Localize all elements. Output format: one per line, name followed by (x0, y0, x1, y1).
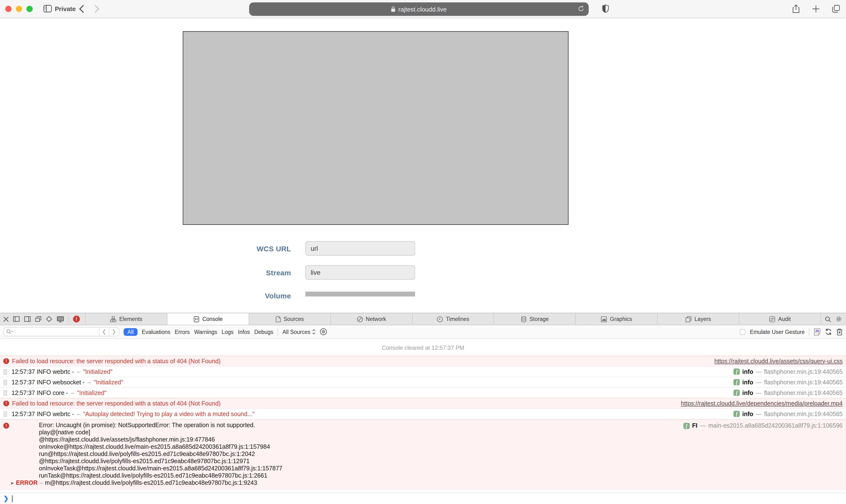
filter-warnings-button[interactable]: Warnings (194, 329, 217, 335)
tab-overview-icon[interactable] (832, 5, 840, 13)
function-icon: f (684, 422, 690, 429)
console-output: Console cleared at 12:57:37 PM ! Failed … (0, 339, 846, 504)
console-icon (193, 316, 200, 322)
tab-audit[interactable]: Audit (739, 313, 821, 325)
emulate-user-gesture-label: Emulate User Gesture (750, 329, 805, 335)
dock-left-icon[interactable] (13, 316, 20, 322)
filter-logs-button[interactable]: Logs (222, 329, 234, 335)
search-icon[interactable] (825, 316, 831, 322)
resource-link[interactable]: https://rajtest.cloudd.live/assets/css/q… (714, 358, 843, 364)
network-icon (357, 316, 363, 322)
source-location-link[interactable]: flashphoner.min.js:19:440565 (764, 368, 843, 375)
next-result-button[interactable]: ❯ (109, 328, 119, 336)
close-window-button[interactable] (5, 6, 12, 12)
dock-right-icon[interactable] (24, 316, 31, 322)
filter-evaluations-button[interactable]: Evaluations (142, 329, 171, 335)
chevron-up-down-icon (312, 329, 316, 335)
console-log-row[interactable]: 12:57:37 INFO core - – "Initialized" f i… (0, 387, 846, 398)
log-icon (3, 390, 8, 396)
share-icon[interactable] (792, 4, 800, 14)
console-log-row[interactable]: 12:57:37 INFO websocket - – "Initialized… (0, 377, 846, 387)
console-error-row[interactable]: ! Failed to load resource: the server re… (0, 356, 846, 366)
sources-select[interactable]: All Sources (282, 329, 315, 335)
graphics-icon (601, 316, 607, 322)
console-search-input[interactable] (3, 327, 100, 336)
tab-graphics[interactable]: Graphics (576, 313, 658, 325)
console-log-row[interactable]: 12:57:37 INFO webrtc - – "Autoplay detec… (0, 408, 846, 419)
toolbar-right-actions (792, 4, 840, 14)
safari-window: Private rajtest.cloudd.live (0, 0, 846, 504)
tab-elements[interactable]: Elements (86, 313, 167, 325)
tab-storage[interactable]: Storage (494, 313, 576, 325)
resource-link[interactable]: https://rajtest.cloudd.live/dependencies… (681, 400, 843, 407)
layers-icon (685, 316, 692, 322)
search-filter-icon (6, 329, 14, 335)
close-inspector-icon[interactable] (3, 317, 8, 322)
source-location-link[interactable]: flashphoner.min.js:19:440565 (764, 411, 843, 417)
tabbar-right-icons (821, 313, 846, 325)
tab-layers[interactable]: Layers (657, 313, 739, 325)
reload-icon[interactable] (577, 5, 584, 12)
filter-all-button[interactable]: All (124, 328, 138, 336)
console-filter-bar: ❮ ❯ All Evaluations Errors Warnings Logs… (0, 325, 846, 339)
stream-input[interactable] (306, 265, 415, 280)
audit-icon (769, 316, 775, 322)
stack-line: onInvoke@https://rajtest.cloudd.live/mai… (39, 444, 843, 451)
minimize-window-button[interactable] (16, 6, 22, 12)
error-icon: ! (3, 358, 9, 364)
lock-icon (391, 6, 396, 12)
svg-text:JS: JS (815, 329, 819, 333)
video-player[interactable] (183, 31, 569, 225)
filter-debugs-button[interactable]: Debugs (254, 329, 273, 335)
detach-window-icon[interactable] (35, 316, 41, 322)
inspect-element-icon[interactable] (46, 316, 52, 322)
filter-options-icon[interactable] (320, 328, 327, 335)
console-prompt[interactable]: ❯ (0, 492, 846, 504)
error-icon: ! (3, 400, 9, 406)
prompt-chevron-icon: ❯ (3, 495, 8, 502)
stack-line: @https://rajtest.cloudd.live/assets/js/f… (39, 436, 843, 444)
emulate-user-gesture-checkbox[interactable] (740, 329, 745, 335)
gear-icon[interactable] (835, 316, 842, 322)
filterbar-divider-2 (809, 328, 809, 336)
private-browsing-label: Private (55, 5, 76, 13)
function-icon: f (734, 368, 740, 375)
stack-line: m@https://rajtest.cloudd.live/polyfills-… (45, 480, 257, 487)
volume-slider[interactable] (306, 292, 415, 296)
browser-toolbar: Private rajtest.cloudd.live (0, 0, 846, 18)
source-location-link[interactable]: flashphoner.min.js:19:440565 (764, 379, 843, 385)
console-log-row[interactable]: 12:57:37 INFO webrtc - – "Initialized" f… (0, 366, 846, 377)
source-location-link[interactable]: main-es2015.a8a685d24200361a8f79.js:1:10… (708, 422, 843, 429)
error-icon: ! (3, 423, 9, 429)
disclosure-triangle-icon[interactable]: ▶ (11, 480, 14, 487)
console-error-row[interactable]: ! Failed to load resource: the server re… (0, 398, 846, 408)
tab-console[interactable]: Console (167, 313, 249, 325)
wcs-url-input[interactable] (306, 241, 415, 256)
filter-errors-button[interactable]: Errors (175, 329, 190, 335)
console-uncaught-error-block[interactable]: ! Error: Uncaught (in promise): NotSuppo… (0, 419, 846, 490)
stack-line: run@https://rajtest.cloudd.live/polyfill… (39, 451, 843, 458)
source-location-link[interactable]: flashphoner.min.js:19:440565 (764, 390, 843, 396)
console-cleared-message: Console cleared at 12:57:37 PM (0, 339, 846, 356)
javascript-context-icon[interactable]: JS (814, 328, 821, 336)
tab-network[interactable]: Network (331, 313, 412, 325)
filter-infos-button[interactable]: Infos (238, 329, 250, 335)
reload-console-icon[interactable] (825, 328, 832, 335)
address-bar[interactable]: rajtest.cloudd.live (249, 2, 589, 16)
stack-line: runTask@https://rajtest.cloudd.live/poly… (39, 472, 843, 480)
tab-sources[interactable]: Sources (249, 313, 331, 325)
previous-result-button[interactable]: ❮ (100, 328, 109, 336)
back-icon[interactable] (79, 5, 84, 13)
tab-timelines[interactable]: Timelines (412, 313, 494, 325)
new-tab-icon[interactable] (812, 5, 819, 13)
device-settings-icon[interactable] (57, 316, 64, 322)
inspector-controls: ! (0, 313, 86, 325)
volume-label: Volume (192, 292, 291, 300)
privacy-shield-icon[interactable] (602, 4, 609, 13)
issues-badge-icon[interactable]: ! (73, 316, 80, 322)
clear-console-icon[interactable] (836, 328, 843, 335)
sidebar-icon[interactable] (43, 5, 52, 13)
forward-icon[interactable] (94, 5, 100, 13)
zoom-window-button[interactable] (27, 6, 33, 12)
wcs-url-label: WCS URL (192, 245, 291, 253)
